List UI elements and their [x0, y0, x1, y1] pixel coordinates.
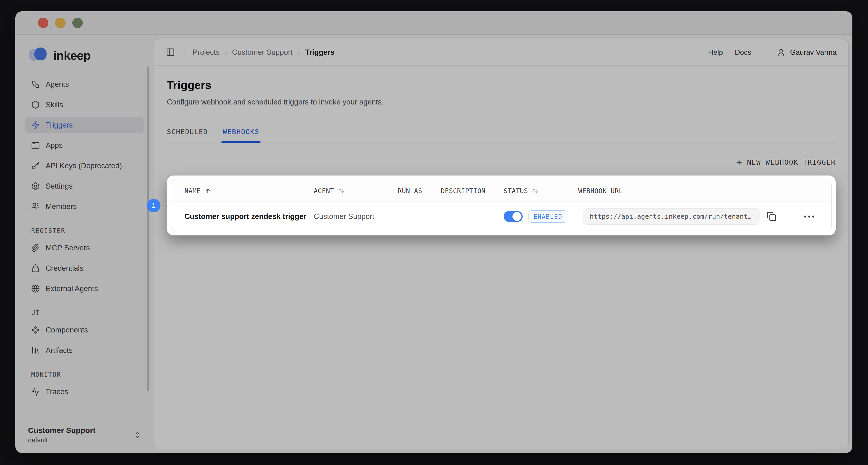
inkeep-logo: inkeep [28, 47, 154, 64]
breadcrumb-separator: › [224, 48, 227, 57]
sidebar-item-components[interactable]: Components [25, 322, 144, 338]
sidebar-item-label: Apps [46, 141, 63, 150]
trigger-name-cell[interactable]: Customer support zendesk trigger [171, 212, 314, 221]
zoom-button[interactable] [72, 18, 83, 28]
sidebar-item-label: Settings [46, 182, 72, 191]
column-header-status[interactable]: STATUS [504, 187, 578, 195]
sort-both-icon [532, 187, 538, 194]
app-root: inkeep Agents Skills Triggers Apps [16, 35, 852, 453]
trigger-tabs: SCHEDULED WEBHOOKS [167, 127, 836, 143]
sidebar: inkeep Agents Skills Triggers Apps [16, 35, 154, 453]
tab-scheduled[interactable]: SCHEDULED [167, 127, 208, 142]
webhook-url-field[interactable]: https://api.agents.inkeep.com/run/tenant… [583, 208, 760, 225]
sidebar-toggle-button[interactable] [166, 47, 176, 57]
project-switcher[interactable]: Customer Support default [28, 426, 144, 444]
project-name: Customer Support [28, 426, 95, 435]
sidebar-item-label: Members [46, 202, 77, 211]
main-header: Projects › Customer Support › Triggers H… [154, 39, 848, 66]
sidebar-section-monitor: MONITOR [31, 371, 144, 378]
trigger-agent-cell: Customer Support [314, 212, 398, 221]
column-header-webhook-url: WEBHOOK URL [578, 187, 764, 195]
sidebar-section-ui: UI [31, 309, 144, 317]
gear-icon [31, 182, 40, 191]
table-header-row: NAME AGENT RUN AS DESCRIPTIO [171, 180, 831, 202]
page-title: Triggers [167, 79, 836, 92]
sidebar-item-mcp-servers[interactable]: MCP Servers [25, 239, 144, 256]
sidebar-nav: Agents Skills Triggers Apps API Keys (De… [25, 76, 144, 400]
sidebar-item-artifacts[interactable]: Artifacts [25, 342, 144, 359]
column-header-run-as: RUN AS [398, 187, 441, 195]
column-header-agent[interactable]: AGENT [314, 187, 398, 195]
globe-icon [31, 284, 40, 293]
sidebar-section-register: REGISTER [31, 227, 144, 235]
sidebar-item-label: Components [46, 326, 88, 334]
status-toggle[interactable] [504, 211, 523, 222]
component-icon [31, 326, 40, 334]
panel-left-icon [166, 48, 175, 57]
annotation-step-badge: 1 [147, 199, 160, 212]
user-menu[interactable]: Gaurav Varma [777, 48, 837, 57]
trigger-description-cell: — [441, 212, 504, 221]
project-info: Customer Support default [28, 426, 95, 444]
trigger-run-as-cell: — [398, 212, 441, 221]
copy-url-button[interactable] [764, 209, 779, 224]
sidebar-item-label: Artifacts [46, 346, 72, 355]
sidebar-scrollbar[interactable] [147, 66, 149, 391]
workflow-icon [31, 80, 40, 89]
sidebar-item-settings[interactable]: Settings [25, 178, 144, 195]
trigger-menu-cell [791, 215, 831, 217]
sidebar-item-label: Agents [46, 80, 69, 89]
row-actions-menu-button[interactable] [804, 215, 831, 217]
sidebar-item-apps[interactable]: Apps [25, 137, 144, 154]
sidebar-item-skills[interactable]: Skills [25, 96, 144, 113]
page-description: Configure webhook and scheduled triggers… [167, 98, 836, 106]
zap-icon [31, 121, 40, 129]
tab-webhooks[interactable]: WEBHOOKS [223, 127, 259, 142]
new-webhook-trigger-button[interactable]: + NEW WEBHOOK TRIGGER [736, 157, 836, 167]
table-toolbar: + NEW WEBHOOK TRIGGER [167, 157, 836, 167]
breadcrumb-customer-support[interactable]: Customer Support [232, 48, 293, 57]
breadcrumb-projects[interactable]: Projects [193, 48, 219, 57]
sidebar-item-external-agents[interactable]: External Agents [25, 280, 144, 297]
page-content: Triggers Configure webhook and scheduled… [154, 66, 848, 449]
column-header-description: DESCRIPTION [441, 187, 504, 195]
sort-ascending-icon [204, 187, 211, 194]
sidebar-item-label: Triggers [46, 121, 73, 129]
sidebar-item-label: External Agents [46, 284, 98, 293]
user-icon [777, 48, 785, 57]
lock-icon [31, 264, 40, 272]
sidebar-item-api-keys[interactable]: API Keys (Deprecated) [25, 157, 144, 174]
column-header-name[interactable]: NAME [171, 187, 314, 195]
user-name: Gaurav Varma [790, 48, 837, 57]
sidebar-item-credentials[interactable]: Credentials [25, 260, 144, 277]
header-divider [764, 47, 764, 57]
project-environment: default [28, 436, 95, 444]
inkeep-logo-icon [28, 47, 50, 64]
table-row: Customer support zendesk trigger Custome… [171, 202, 831, 231]
sidebar-item-label: Traces [46, 387, 68, 396]
hexagon-icon [31, 100, 40, 109]
trigger-copy-cell [764, 209, 791, 224]
help-link[interactable]: Help [708, 48, 723, 57]
breadcrumb-triggers: Triggers [305, 48, 335, 57]
trigger-url-cell: https://api.agents.inkeep.com/run/tenant… [578, 208, 764, 225]
sidebar-item-members[interactable]: Members [25, 198, 144, 215]
main-panel: Projects › Customer Support › Triggers H… [154, 39, 849, 449]
toggle-knob [513, 212, 522, 221]
library-icon [31, 346, 40, 355]
sidebar-item-label: MCP Servers [46, 243, 90, 252]
minimize-button[interactable] [55, 18, 66, 28]
chevrons-up-down-icon [134, 431, 142, 439]
sidebar-item-label: Credentials [46, 264, 84, 272]
key-icon [31, 162, 40, 170]
activity-icon [31, 387, 40, 396]
status-badge: ENABLED [528, 210, 567, 223]
sidebar-item-label: API Keys (Deprecated) [46, 162, 122, 170]
close-button[interactable] [38, 18, 49, 28]
sort-both-icon [338, 187, 344, 194]
sidebar-item-triggers[interactable]: Triggers [25, 117, 144, 134]
sidebar-item-traces[interactable]: Traces [25, 383, 144, 400]
docs-link[interactable]: Docs [735, 48, 751, 57]
sidebar-item-agents[interactable]: Agents [25, 76, 144, 93]
new-webhook-trigger-label: NEW WEBHOOK TRIGGER [747, 158, 836, 166]
